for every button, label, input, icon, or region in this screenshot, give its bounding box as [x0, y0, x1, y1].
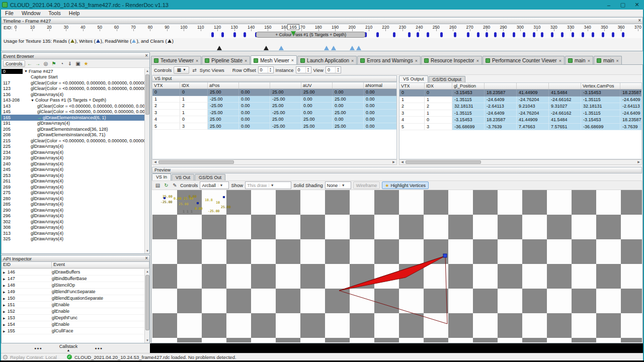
timeline-event-bar[interactable] — [376, 32, 379, 37]
expander-icon[interactable]: ▼ — [24, 69, 28, 73]
scroll-right-icon[interactable]: ▶ — [391, 160, 396, 164]
timeline-event-bar[interactable] — [513, 32, 515, 37]
api-call-row[interactable]: ▶149glBlendFuncSeparate — [2, 289, 144, 295]
expander-icon[interactable]: ▼ — [31, 99, 34, 102]
wireframe-button[interactable]: Wireframe — [353, 182, 380, 189]
timeline-event-bar[interactable] — [602, 32, 604, 37]
event-row[interactable]: 123glClear(Color = <0.000000, 0.000000, … — [2, 86, 144, 92]
event-row[interactable]: 269glDrawArrays(4) — [2, 184, 144, 190]
event-row[interactable]: 313glDrawArrays(4) — [2, 230, 144, 236]
column-header[interactable]: VTX — [152, 82, 180, 88]
tab-texture-viewer[interactable]: Texture Viewer× — [151, 56, 201, 65]
table-row[interactable]: 53-36.68699-3.76397.476637.57651-36.6869… — [399, 124, 641, 131]
close-tab-icon[interactable]: × — [415, 58, 418, 63]
tab-resource-inspector[interactable]: Resource Inspector× — [421, 56, 482, 65]
event-row[interactable]: 145glClear(Color = <0.000000, 0.000000, … — [2, 109, 144, 115]
table-row[interactable]: 40-3.1545318.2358741.4490941.5484-3.1545… — [399, 117, 641, 124]
table-row[interactable]: 0025.000.0025.0025.000.000.00 — [152, 89, 396, 96]
timeline-header[interactable]: Timeline - Frame #427 × — [2, 18, 642, 24]
event-row[interactable]: 143glClear(Color = <0.000000, 0.000000, … — [2, 103, 144, 109]
tab-main[interactable]: main× — [594, 56, 622, 65]
usage-marker-icon[interactable] — [324, 46, 329, 50]
table-row[interactable]: 22-25.000.0025.000.000.000.00 — [152, 103, 396, 110]
highlight-vertices-button[interactable]: ★Highlight Vertices — [382, 182, 429, 189]
timeline-event-bar[interactable] — [233, 32, 236, 37]
timeline-event-bar[interactable] — [427, 32, 429, 37]
event-row[interactable]: 0▼Frame #427 — [2, 68, 144, 74]
timeline-event-bar[interactable] — [244, 32, 246, 37]
event-row[interactable]: 215glClear(Color = <0.000000, 0.000000, … — [2, 138, 144, 144]
table-row[interactable]: 31-25.000.00-25.000.0025.000.00 — [152, 110, 396, 117]
scrollbar-thumb[interactable] — [158, 160, 234, 164]
save-icon[interactable]: ▣ — [75, 60, 82, 67]
table-row[interactable]: 00-3.1545318.2358741.4490941.5484-3.1545… — [399, 89, 641, 97]
jump-forward-icon[interactable]: → — [35, 60, 41, 67]
event-browser-scrollbar[interactable]: ▲ ▼ — [144, 68, 149, 253]
tab-mesh-viewer[interactable]: Mesh Viewer× — [251, 55, 297, 65]
find-icon[interactable]: ◎ — [43, 60, 49, 67]
column-header[interactable]: aPos — [208, 82, 239, 88]
scroll-right-icon[interactable]: ▶ — [636, 160, 641, 164]
api-call-row[interactable]: ▶150glBlendEquationSeparate — [2, 295, 144, 302]
close-button[interactable]: ✕ — [630, 0, 644, 10]
tab-vs-in[interactable]: VS In — [152, 173, 171, 180]
timeline-event-bar[interactable] — [211, 32, 214, 37]
column-header[interactable]: IDX — [425, 83, 452, 89]
expander-icon[interactable]: ▶ — [3, 270, 6, 274]
event-row[interactable]: 296glDrawArrays(4) — [2, 213, 144, 219]
timeline-event-bar[interactable] — [454, 32, 456, 37]
column-header[interactable] — [517, 83, 549, 89]
tab-vs-out[interactable]: VS Out — [172, 174, 194, 180]
api-call-row[interactable]: ▶147glBindBufferBase — [2, 276, 144, 282]
dock-handle-right[interactable]: ●●● — [95, 346, 103, 350]
event-row[interactable]: 245glDrawArrays(4) — [2, 167, 144, 173]
close-tab-icon[interactable]: × — [476, 58, 479, 63]
timeline-event-bar[interactable] — [486, 32, 488, 37]
event-row[interactable]: 136glDrawArrays(4) — [2, 92, 144, 98]
close-tab-icon[interactable]: × — [616, 58, 619, 63]
timings-clock-icon[interactable]: ◔ — [59, 60, 65, 67]
api-call-row[interactable]: ▶146glDrawBuffers — [2, 269, 144, 276]
options-icon[interactable]: ▤ — [154, 182, 161, 189]
timeline-close-icon[interactable]: × — [638, 18, 641, 23]
stepper-arrows-icon[interactable]: ▲▼ — [268, 67, 273, 73]
event-row[interactable]: 261glDrawArrays(4) — [2, 178, 144, 185]
expander-icon[interactable]: ▶ — [3, 284, 6, 287]
menu-file[interactable]: File — [1, 10, 18, 16]
timeline-event-bar[interactable] — [467, 32, 469, 37]
column-header[interactable] — [549, 83, 581, 89]
menu-window[interactable]: Window — [18, 10, 44, 16]
timeline-event-bar[interactable] — [408, 32, 411, 37]
event-row[interactable]: 275glDrawArrays(4) — [2, 190, 144, 196]
row-offset-stepper[interactable]: 0▲▼ — [258, 66, 274, 73]
column-header[interactable] — [620, 83, 642, 89]
close-tab-icon[interactable]: × — [196, 58, 198, 63]
timeline-ruler[interactable]: EID: 01020304050607080901001101201301401… — [2, 24, 642, 31]
view-stepper[interactable]: 0▲▼ — [326, 66, 341, 73]
tab-performance-counter-viewer[interactable]: Performance Counter Viewer× — [482, 56, 565, 65]
api-call-row[interactable]: ▶155glCullFace — [2, 328, 144, 334]
pass-bracket[interactable]: + Colour Pass #1 (5 Targets + Depth) — [256, 32, 365, 38]
expander-icon[interactable]: ▶ — [3, 277, 6, 281]
tab-pipeline-state[interactable]: Pipeline State× — [202, 56, 250, 65]
vs-input-table[interactable]: VTXIDXaPosaUVaNormal0025.000.0025.0025.0… — [152, 82, 397, 159]
sync-views-icon[interactable]: ⇄ — [191, 67, 198, 73]
table-row[interactable]: 2232.18131-2.641139.210439.3102732.18131… — [399, 103, 641, 110]
event-row[interactable]: 225glDrawArrays(4) — [2, 144, 144, 150]
timeline-event-bar[interactable] — [440, 32, 443, 37]
format-grid-button[interactable]: ▦▼ — [174, 66, 189, 74]
scroll-left-icon[interactable]: ◀ — [399, 160, 405, 164]
event-browser-header[interactable]: Event Browser × — [2, 53, 149, 59]
timeline-event-bar[interactable] — [533, 32, 535, 37]
column-header[interactable]: IDX — [180, 82, 208, 88]
expander-icon[interactable]: ▶ — [3, 316, 6, 320]
column-header[interactable] — [333, 82, 364, 88]
replay-context-icon[interactable] — [3, 355, 8, 359]
event-row[interactable]: 290glDrawArrays(4) — [2, 207, 144, 213]
timeline-event-bar[interactable] — [622, 32, 624, 37]
timeline-event-bar[interactable] — [541, 32, 543, 37]
menu-help[interactable]: Help — [65, 10, 84, 16]
event-row[interactable]: 280glDrawArrays(4) — [2, 196, 144, 202]
camera-mode-select[interactable]: Arcball▼ — [200, 182, 229, 189]
timeline-event-bar[interactable] — [393, 32, 395, 37]
